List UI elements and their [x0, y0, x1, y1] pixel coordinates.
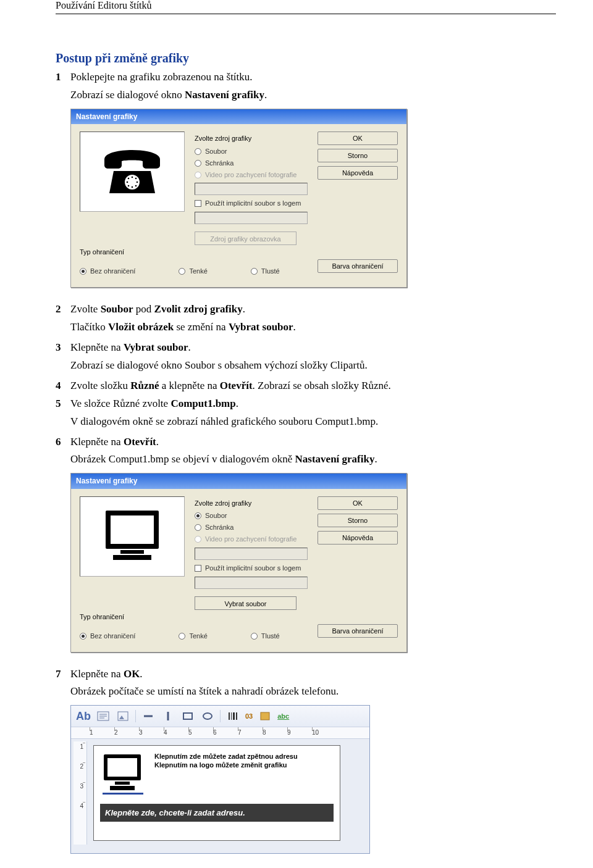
svg-rect-12	[113, 555, 151, 560]
ruler-mark: 6	[213, 728, 238, 737]
svg-rect-24	[231, 712, 232, 720]
radio-border-none[interactable]: Bez ohraničení	[80, 632, 135, 641]
image-tool[interactable]	[116, 709, 130, 723]
text: .	[140, 668, 142, 680]
text: Ve složce Různé zvolte	[70, 398, 170, 409]
radio-border-thick[interactable]: Tlusté	[251, 632, 280, 641]
step-1: 1 Poklepejte na grafiku zobrazenou na št…	[56, 70, 556, 85]
svg-rect-27	[261, 712, 269, 720]
address-tool[interactable]	[96, 709, 111, 723]
step-body: Klepněte na Otevřít.	[70, 435, 556, 449]
border-color-button[interactable]: Barva ohraničení	[318, 259, 398, 273]
address-bar[interactable]: Klepněte zde, chcete-li zadat adresu.	[100, 804, 334, 822]
ruler-mark: 8	[263, 728, 287, 737]
curve-text-tool[interactable]: abc	[277, 709, 289, 723]
bold: OK	[124, 668, 140, 680]
dialog-buttons: OK Storno Nápověda	[318, 496, 398, 610]
text: .	[188, 341, 191, 353]
ruler-mark: 7	[238, 728, 263, 737]
editor-window: Ab 03 abc	[70, 705, 370, 854]
checkbox-logo[interactable]: Použít implicitní soubor s logem	[195, 199, 308, 208]
checkbox-logo[interactable]: Použít implicitní soubor s logem	[195, 564, 308, 573]
ok-button[interactable]: OK	[318, 131, 398, 145]
editor-canvas: 1 2 3 4	[71, 739, 369, 853]
label-graphic[interactable]	[100, 752, 148, 795]
barcode-label: 03	[245, 709, 253, 723]
help-button[interactable]: Nápověda	[318, 531, 398, 545]
radio-border-thick[interactable]: Tlusté	[251, 267, 280, 276]
radio-file[interactable]: Soubor	[195, 511, 308, 520]
border-group-label: Typ ohraničení	[80, 248, 293, 257]
step-4: 4 Zvolte složku Různé a klepněte na Otev…	[56, 379, 556, 393]
dialog-border-row: Typ ohraničení Bez ohraničení Tenké Tlus…	[80, 254, 398, 278]
step-number: 7	[56, 667, 70, 682]
ruler-mark: 5	[188, 728, 213, 737]
ok-button[interactable]: OK	[318, 496, 398, 510]
svg-point-5	[132, 186, 133, 188]
text: Zvolte složku	[70, 380, 130, 391]
radio-border-none[interactable]: Bez ohraničení	[80, 267, 135, 276]
text: .	[156, 436, 159, 448]
radio-clipboard[interactable]: Schránka	[195, 159, 308, 168]
text: .	[236, 398, 238, 409]
bold: Comput1.bmp	[170, 398, 235, 409]
text: .	[243, 303, 245, 315]
line-h-icon	[143, 711, 154, 721]
rect-icon	[182, 711, 193, 721]
radio-file[interactable]: Soubor	[195, 147, 308, 156]
cancel-button[interactable]: Storno	[318, 514, 398, 527]
text: Klepněte na	[70, 668, 124, 680]
text: Zobrazí se dialogové okno	[70, 89, 185, 101]
step-body: Zvolte Soubor pod Zvolit zdroj grafiky.	[70, 303, 556, 317]
stamp-tool[interactable]	[258, 709, 272, 723]
rect-tool[interactable]	[180, 709, 195, 723]
step-body: Klepněte na OK.	[70, 667, 556, 682]
cancel-button[interactable]: Storno	[318, 149, 398, 162]
label-text[interactable]: Klepnutím zde můžete zadat zpětnou adres…	[154, 752, 298, 770]
select-source-button: Zdroj grafiky obrazovka	[195, 232, 296, 245]
step-2: 2 Zvolte Soubor pod Zvolit zdroj grafiky…	[56, 303, 556, 317]
select-file-button[interactable]: Vybrat soubor	[195, 596, 296, 610]
label-card[interactable]: Klepnutím zde můžete zadat zpětnou adres…	[93, 745, 340, 841]
line-v-tool[interactable]	[161, 709, 175, 723]
dialog-title: Nastavení grafiky	[71, 474, 406, 488]
radio-clipboard[interactable]: Schránka	[195, 523, 308, 532]
radio-border-thin[interactable]: Tenké	[179, 267, 207, 276]
ruler-mark: 9	[287, 728, 312, 737]
radio-border-thin[interactable]: Tenké	[179, 632, 207, 641]
svg-rect-21	[183, 713, 192, 719]
bold: Různé	[130, 380, 159, 391]
svg-point-7	[127, 182, 128, 183]
step-6-sub: Obrázek Comput1.bmp se objeví v dialogov…	[70, 453, 556, 467]
bold: Zvolit zdroj grafiky	[154, 303, 243, 315]
group-label: Zvolte zdroj grafiky	[195, 134, 308, 143]
address-icon	[97, 711, 109, 721]
text-line: Klepnutím zde můžete zadat zpětnou adres…	[154, 752, 298, 761]
step-number: 2	[56, 303, 70, 317]
ellipse-tool[interactable]	[200, 709, 215, 723]
path-input	[195, 548, 308, 560]
help-button[interactable]: Nápověda	[318, 166, 398, 180]
border-color-button[interactable]: Barva ohraničení	[318, 624, 398, 638]
dialog-border-row: Typ ohraničení Bez ohraničení Tenké Tlus…	[80, 619, 398, 643]
step-number: 4	[56, 379, 70, 393]
step-3: 3 Klepněte na Vybrat soubor.	[56, 341, 556, 355]
dialog-title: Nastavení grafiky	[71, 109, 406, 124]
step-7: 7 Klepněte na OK.	[56, 667, 556, 682]
figure-editor: Ab 03 abc	[70, 705, 556, 854]
line-h-tool[interactable]	[141, 709, 156, 723]
text-tool[interactable]: Ab	[76, 709, 91, 723]
logo-path-input	[195, 577, 308, 589]
bold: Vložit obrázek	[108, 321, 174, 333]
svg-point-4	[135, 185, 137, 187]
svg-rect-23	[229, 712, 230, 720]
ruler-mark: 1	[75, 743, 85, 762]
bold: Otevřít	[124, 436, 156, 448]
dialog: Nastavení grafiky Zvolte zdro	[70, 473, 407, 652]
text: .	[293, 321, 296, 333]
svg-rect-30	[115, 782, 130, 785]
barcode-tool[interactable]	[225, 709, 240, 723]
separator	[220, 710, 221, 722]
text: pod	[133, 303, 154, 315]
ruler-mark: 1	[90, 728, 114, 737]
